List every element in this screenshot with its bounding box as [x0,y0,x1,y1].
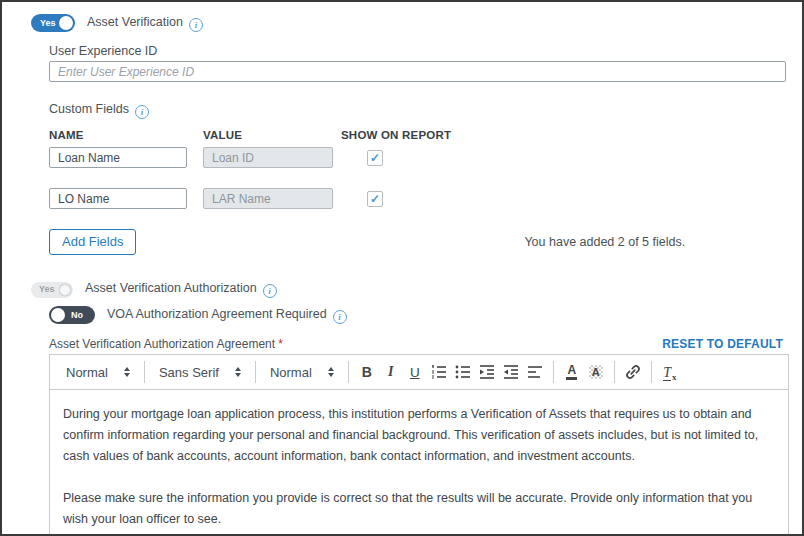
column-header-name: NAME [49,123,203,141]
link-icon [624,363,642,381]
checkmark-icon: ✓ [370,152,380,164]
asset-verification-row: Yes Asset Verificationi [31,14,783,32]
toggle-knob [59,284,71,296]
toggle-state-label: No [71,311,83,320]
toolbar-divider [144,361,145,383]
custom-field-value-input [203,188,333,209]
custom-field-name-input[interactable] [49,147,187,168]
show-on-report-checkbox[interactable]: ✓ [367,150,383,166]
font-family-select[interactable]: Sans Serif [151,365,249,380]
align-icon [526,363,544,381]
reset-to-default-link[interactable]: RESET TO DEFAULT [662,337,783,351]
custom-fields-header-row: NAME VALUE SHOW ON REPORT [49,123,783,141]
background-color-icon: A [589,365,603,379]
agreement-paragraph: During your mortgage loan application pr… [63,404,775,467]
paragraph-style-select[interactable]: Normal [58,365,138,380]
indent-icon [502,363,520,381]
info-icon[interactable]: i [263,284,277,298]
voa-authorization-agreement-required-row: No VOA Authorization Agreement Requiredi [49,306,783,324]
custom-field-row: ✓ [49,147,783,168]
ordered-list-icon [430,363,448,381]
custom-field-row: ✓ [49,188,783,209]
toolbar-divider [614,361,615,383]
custom-fields-label: Custom Fieldsi [49,102,783,119]
toggle-state-label: Yes [40,19,56,28]
custom-field-value-input [203,147,333,168]
toolbar-divider [348,361,349,383]
settings-panel: Yes Asset Verificationi User Experience … [0,0,804,536]
underline-button[interactable]: U [403,361,427,383]
user-experience-id-label: User Experience ID [49,44,783,58]
agreement-paragraph: Please make sure the information you pro… [63,488,775,530]
font-size-select[interactable]: Normal [262,365,342,380]
required-asterisk: * [278,337,283,351]
asset-verification-authorization-row: Yes Asset Verification Authorizationi [31,281,783,298]
toolbar-divider [255,361,256,383]
info-icon[interactable]: i [333,310,347,324]
italic-button[interactable]: I [379,361,403,383]
agreement-text-area[interactable]: During your mortgage loan application pr… [49,390,789,536]
text-color-icon: A [566,364,577,380]
bullet-list-button[interactable] [451,361,475,383]
asset-verification-authorization-toggle[interactable]: Yes [31,282,73,298]
fields-count-text: You have added 2 of 5 fields. [524,235,685,249]
user-experience-id-input[interactable] [49,61,786,82]
show-on-report-checkbox[interactable]: ✓ [367,191,383,207]
asset-verification-authorization-label: Asset Verification Authorizationi [85,281,277,298]
select-arrows-icon [235,367,241,377]
asset-verification-label: Asset Verificationi [87,15,203,32]
bold-button[interactable]: B [355,361,379,383]
clear-formatting-button[interactable]: Tx [658,361,682,383]
toolbar-divider [553,361,554,383]
bullet-list-icon [454,363,472,381]
agreement-label: Asset Verification Authorization Agreeme… [49,337,275,351]
outdent-button[interactable] [475,361,499,383]
toggle-state-label: Yes [39,285,55,294]
checkmark-icon: ✓ [370,193,380,205]
indent-button[interactable] [499,361,523,383]
toggle-knob [51,308,65,322]
outdent-icon [478,363,496,381]
clear-formatting-icon: Tx [663,363,676,382]
ordered-list-button[interactable] [427,361,451,383]
column-header-value: VALUE [203,123,341,141]
toolbar-divider [651,361,652,383]
add-fields-button[interactable]: Add Fields [49,229,136,255]
info-icon[interactable]: i [189,18,203,32]
rich-text-editor: Normal Sans Serif Normal B I [49,354,789,536]
column-header-show-on-report: SHOW ON REPORT [341,123,461,141]
info-icon[interactable]: i [135,105,149,119]
select-arrows-icon [124,367,130,377]
text-color-button[interactable]: A [560,361,584,383]
toggle-knob [59,16,73,30]
voa-authorization-agreement-required-toggle[interactable]: No [49,306,95,324]
link-button[interactable] [621,361,645,383]
underline-icon: U [410,365,420,380]
custom-field-name-input[interactable] [49,188,187,209]
background-color-button[interactable]: A [584,361,608,383]
editor-toolbar: Normal Sans Serif Normal B I [49,354,789,390]
voa-authorization-agreement-required-label: VOA Authorization Agreement Requiredi [107,307,347,324]
asset-verification-toggle[interactable]: Yes [31,14,75,32]
italic-icon: I [388,364,393,380]
align-button[interactable] [523,361,547,383]
bold-icon: B [362,364,372,380]
select-arrows-icon [328,367,334,377]
